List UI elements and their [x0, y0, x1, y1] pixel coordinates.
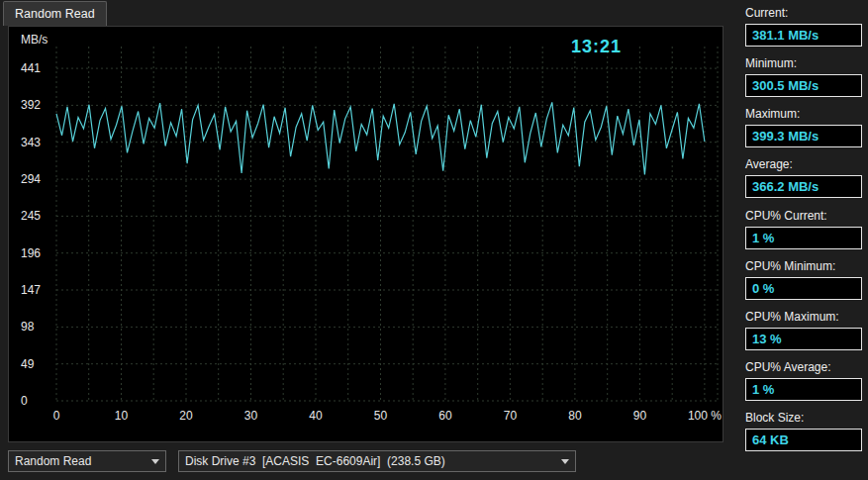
svg-text:20: 20 [179, 409, 193, 423]
stat-cpu-current: CPU% Current: 1 % [745, 209, 862, 249]
svg-text:40: 40 [309, 409, 323, 423]
stat-value: 1 % [745, 378, 862, 401]
benchmark-chart: 4413923432942451961479849001020304050607… [9, 27, 724, 441]
svg-text:245: 245 [21, 209, 41, 223]
svg-text:70: 70 [504, 409, 518, 423]
drive-select[interactable]: Disk Drive #3 [ACASIS EC-6609Air] (238.5… [178, 450, 576, 472]
svg-text:0: 0 [53, 409, 60, 423]
stat-label: Average: [745, 157, 862, 171]
stat-average: Average: 366.2 MB/s [745, 157, 862, 198]
footer-bar: Random Read Disk Drive #3 [ACASIS EC-660… [0, 442, 729, 480]
stat-current: Current: 381.1 MB/s [745, 6, 862, 47]
stat-value: 0 % [745, 277, 862, 300]
svg-text:98: 98 [21, 320, 35, 334]
stat-maximum: Maximum: 399.3 MB/s [745, 107, 862, 147]
svg-text:MB/s: MB/s [21, 33, 48, 47]
benchmark-window: Random Read 4413923432942451961479849001… [0, 0, 868, 480]
test-type-value: Random Read [15, 454, 145, 468]
stat-value: 399.3 MB/s [745, 125, 862, 147]
drive-select-value: Disk Drive #3 [ACASIS EC-6609Air] (238.5… [185, 454, 555, 468]
chart-panel: 4413923432942451961479849001020304050607… [8, 26, 723, 442]
elapsed-time: 13:21 [571, 37, 622, 57]
stat-value: 300.5 MB/s [745, 74, 862, 97]
stat-minimum: Minimum: 300.5 MB/s [745, 56, 862, 97]
svg-text:441: 441 [21, 61, 41, 75]
chart-column: Random Read 4413923432942451961479849001… [0, 0, 729, 480]
svg-text:196: 196 [21, 246, 41, 260]
stat-label: Maximum: [745, 107, 862, 121]
chevron-down-icon [151, 459, 159, 464]
stat-value: 13 % [745, 328, 862, 350]
svg-text:392: 392 [21, 98, 41, 112]
svg-text:10: 10 [115, 409, 129, 423]
stats-panel: Current: 381.1 MB/s Minimum: 300.5 MB/s … [729, 0, 868, 480]
svg-text:100 %: 100 % [688, 409, 722, 423]
svg-text:50: 50 [374, 409, 388, 423]
stat-label: CPU% Maximum: [745, 310, 862, 324]
stat-block-size: Block Size: 64 KB [745, 411, 862, 451]
svg-text:90: 90 [633, 409, 647, 423]
stat-label: CPU% Minimum: [745, 259, 862, 273]
tab-strip: Random Read [0, 0, 729, 26]
svg-text:343: 343 [21, 136, 41, 149]
svg-text:80: 80 [568, 409, 582, 423]
stat-label: Current: [745, 6, 862, 20]
svg-text:294: 294 [21, 172, 41, 186]
stat-cpu-average: CPU% Average: 1 % [745, 360, 862, 401]
stat-label: CPU% Current: [745, 209, 862, 223]
tab-random-read[interactable]: Random Read [3, 1, 107, 26]
stat-cpu-minimum: CPU% Minimum: 0 % [745, 259, 862, 300]
test-type-select[interactable]: Random Read [8, 450, 166, 472]
stat-label: Minimum: [745, 56, 862, 70]
stat-label: Block Size: [745, 411, 862, 425]
stat-cpu-maximum: CPU% Maximum: 13 % [745, 310, 862, 350]
svg-text:60: 60 [438, 409, 452, 423]
svg-text:49: 49 [21, 357, 35, 371]
svg-text:30: 30 [244, 409, 258, 423]
stat-value: 366.2 MB/s [745, 175, 862, 198]
stat-label: CPU% Average: [745, 360, 862, 374]
stat-value: 381.1 MB/s [745, 24, 862, 47]
svg-text:147: 147 [21, 283, 41, 297]
stat-value: 1 % [745, 227, 862, 249]
svg-text:0: 0 [21, 394, 28, 408]
chevron-down-icon [561, 459, 569, 464]
stat-value: 64 KB [745, 429, 862, 451]
